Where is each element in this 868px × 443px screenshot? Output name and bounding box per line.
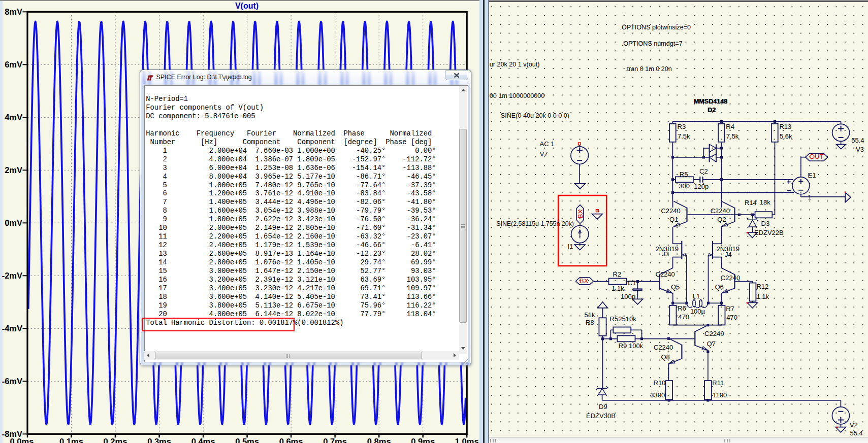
svg-text:R8: R8: [586, 319, 594, 326]
svg-text:Q2: Q2: [717, 216, 726, 223]
svg-text:R52510k: R52510k: [610, 315, 637, 323]
svg-text:1100: 1100: [713, 391, 727, 399]
svg-text:Q1: Q1: [669, 216, 678, 223]
svg-text:J4: J4: [725, 251, 732, 258]
svg-text:C2240: C2240: [654, 344, 673, 351]
svg-text:R11: R11: [712, 379, 724, 387]
svg-text:SINE(2.58115u 1.755n 20k): SINE(2.58115u 1.755n 20k): [496, 220, 574, 227]
svg-text:00 1m 1000000000: 00 1m 1000000000: [490, 92, 545, 99]
svg-text:7.5k: 7.5k: [678, 132, 690, 140]
svg-text:1: 1: [808, 193, 812, 201]
svg-text:55.4: 55.4: [851, 137, 864, 144]
svg-text:I1: I1: [567, 243, 573, 250]
svg-text:C2240: C2240: [661, 207, 680, 215]
svg-text:.tran 0 1m 0 20n: .tran 0 1m 0 20n: [625, 65, 672, 73]
svg-text:BX: BX: [576, 209, 584, 218]
svg-text:V3: V3: [856, 146, 864, 153]
svg-text:18k: 18k: [760, 198, 770, 206]
svg-text:R10: R10: [654, 379, 666, 387]
svg-text:D2: D2: [708, 107, 716, 114]
svg-text:-6mV: -6mV: [2, 377, 22, 386]
svg-text:D3: D3: [761, 220, 770, 227]
svg-text:R13: R13: [779, 123, 791, 130]
svg-text:C2: C2: [699, 167, 708, 175]
svg-text:V7: V7: [540, 150, 548, 158]
svg-text:V2: V2: [850, 421, 858, 429]
svg-text:EDZV30B: EDZV30B: [586, 412, 616, 420]
svg-text:R12: R12: [756, 283, 768, 290]
svg-text:C2240: C2240: [721, 274, 740, 282]
svg-text:R6: R6: [678, 304, 686, 312]
svg-text:.OPTIONS plotwinsize=0: .OPTIONS plotwinsize=0: [620, 24, 691, 31]
svg-text:1.0ms: 1.0ms: [455, 437, 479, 443]
svg-text:-2mV: -2mV: [2, 271, 22, 280]
svg-text:R9 100k: R9 100k: [619, 342, 644, 350]
svg-text:5.6k: 5.6k: [780, 132, 792, 140]
svg-text:100µ: 100µ: [690, 308, 705, 315]
svg-text:4mV: 4mV: [5, 113, 22, 122]
svg-text:0.2ms: 0.2ms: [104, 437, 127, 443]
svg-text:C2240: C2240: [711, 207, 730, 215]
svg-text:-4mV: -4mV: [2, 324, 22, 333]
svg-text:Q6: Q6: [715, 283, 723, 291]
svg-text:300: 300: [679, 182, 690, 190]
svg-text:3300: 3300: [650, 391, 665, 399]
svg-text:8mV: 8mV: [5, 7, 22, 16]
svg-text:R7: R7: [726, 305, 734, 313]
svg-text:C2240: C2240: [704, 330, 724, 337]
svg-text:R3: R3: [678, 123, 686, 130]
svg-text:R14: R14: [745, 199, 757, 207]
svg-text:120p: 120p: [694, 183, 709, 190]
svg-text:7.5k: 7.5k: [726, 132, 739, 140]
svg-text:51k: 51k: [585, 311, 595, 319]
svg-text:0.3ms: 0.3ms: [147, 437, 171, 443]
svg-text:470: 470: [726, 314, 737, 321]
svg-text:R4: R4: [726, 123, 734, 130]
svg-text:SINE(0 40u 20k 0 0 0 0): SINE(0 40u 20k 0 0 0 0): [501, 112, 569, 119]
svg-text:1.1k: 1.1k: [756, 293, 769, 300]
svg-text:ur 20k 20 1 v(out): ur 20k 20 1 v(out): [490, 61, 540, 68]
svg-text:C1: C1: [628, 279, 636, 287]
svg-text:V(out): V(out): [235, 2, 259, 10]
svg-text:0.8ms: 0.8ms: [367, 437, 391, 443]
svg-text:C2240: C2240: [656, 270, 675, 278]
svg-text:.OPTIONS numdgt=7: .OPTIONS numdgt=7: [622, 40, 683, 47]
svg-text:0.6ms: 0.6ms: [279, 437, 303, 443]
svg-text:100p: 100p: [621, 293, 635, 300]
svg-text:55.4: 55.4: [850, 429, 863, 437]
svg-text:EDZV22B: EDZV22B: [754, 229, 784, 236]
svg-text:2mV: 2mV: [5, 165, 22, 175]
svg-text:E1: E1: [808, 172, 816, 179]
svg-text:AC 1: AC 1: [540, 140, 555, 148]
svg-text:Q5: Q5: [671, 283, 680, 291]
svg-text:0.0ms: 0.0ms: [10, 437, 34, 443]
svg-text:0mV: 0mV: [5, 218, 22, 227]
svg-text:L1: L1: [693, 292, 700, 300]
svg-text:R5: R5: [680, 171, 688, 178]
svg-text:BX: BX: [580, 277, 589, 285]
svg-text:J3: J3: [662, 250, 669, 258]
svg-text:1.1k.: 1.1k.: [612, 285, 626, 292]
svg-text:0.7ms: 0.7ms: [323, 437, 347, 443]
svg-text:0.1ms: 0.1ms: [59, 437, 83, 443]
svg-text:0.5ms: 0.5ms: [235, 437, 259, 443]
svg-text:D9: D9: [599, 403, 607, 411]
svg-text:470: 470: [678, 313, 689, 321]
svg-text:R2: R2: [613, 270, 622, 278]
svg-text:MMSD4148: MMSD4148: [694, 98, 728, 105]
svg-text:Q8: Q8: [661, 353, 670, 361]
svg-text:6mV: 6mV: [5, 60, 22, 69]
svg-text:0.9ms: 0.9ms: [411, 437, 435, 443]
svg-text:OUT: OUT: [810, 153, 824, 160]
svg-text:Q7: Q7: [707, 340, 716, 348]
svg-text:0.4ms: 0.4ms: [191, 437, 215, 443]
